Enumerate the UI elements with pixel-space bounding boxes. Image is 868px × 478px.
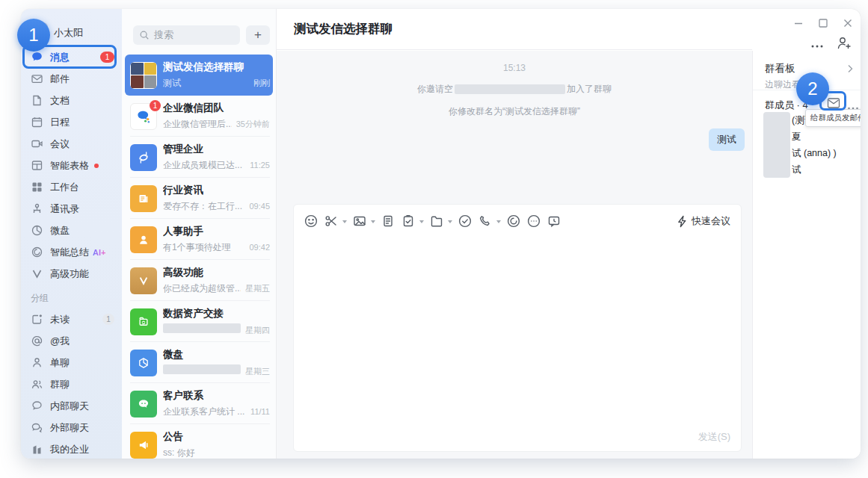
sidebar-item-label: 外部聊天 [50,421,89,435]
sidebar-item-calendar[interactable]: 日程 [21,111,122,133]
todo-icon[interactable] [400,213,416,229]
notification-dot [94,164,99,168]
contacts-icon [31,202,43,215]
sidebar-item-mentions[interactable]: @我 [21,330,122,352]
search-input[interactable]: 搜索 [133,25,240,45]
smiley-icon[interactable] [303,213,319,229]
tooltip: 给群成员发邮件 [805,109,861,127]
search-icon [139,30,150,40]
compose-toolbar: 快速会议 [294,205,741,229]
check-circle-icon[interactable] [457,213,473,229]
sidebar-item-group-chats[interactable]: 群聊 [21,373,122,395]
workbench-icon [31,181,43,193]
announcement-icon [130,432,157,459]
folder-icon[interactable] [428,213,445,229]
sidebar-item-premium[interactable]: 高级功能 [21,263,122,285]
sidebar-item-label: 我的企业 [50,443,89,456]
compose-box[interactable]: 快速会议 发送(S) [293,204,742,452]
chevron-down-icon[interactable] [419,220,424,223]
unread-icon [31,313,43,326]
add-member-icon[interactable] [836,36,852,53]
quick-meeting-button[interactable]: 快速会议 [677,214,730,228]
hr-assistant-icon [130,226,157,253]
member-row[interactable]: 夏 [792,131,801,143]
chevron-down-icon[interactable] [371,220,375,223]
unread-count-badge: 1 [102,314,114,325]
sidebar-item-unread[interactable]: 未读 1 [21,308,122,330]
close-button[interactable] [843,18,853,31]
main-chat-panel: 测试发信选择群聊 15:13 你邀请空 加入了群聊 你修改群名为“测试发信选择群… [277,9,752,459]
sidebar: 小太阳 消息 1 邮件 文档 日程 会议 [21,9,122,459]
chat-item[interactable]: 客户联系 企业联系客户统计 ...11/11 [125,383,273,424]
drive-icon [31,224,43,237]
news-icon [130,185,157,212]
scissors-icon[interactable] [323,213,339,229]
chat-title: 测试发信选择群聊 [294,21,393,37]
lightning-icon [677,215,688,228]
record-icon[interactable] [505,213,522,229]
chevron-down-icon[interactable] [342,220,347,223]
sidebar-item-label: 邮件 [50,72,70,86]
member-row[interactable]: 试 (anna) ) [792,147,837,160]
chevron-right-icon[interactable] [846,63,854,76]
chat-item[interactable]: 公告 ss: 你好 [125,424,273,459]
data-transfer-icon [130,308,157,335]
send-button[interactable]: 发送(S) [698,430,730,444]
message-history-icon[interactable] [546,213,562,229]
chevron-down-icon[interactable] [448,220,452,223]
meeting-icon [31,137,43,150]
chat-item[interactable]: 管理企业 企业成员规模已达...11:25 [125,137,273,178]
chat-list-panel: 搜索 + 测试发信选择群聊 测试刚刚 1 企业微信团队 企业微信管理后...3 [122,9,277,459]
sidebar-item-smart-summary[interactable]: 智能总结 AI+ [21,241,122,263]
sidebar-item-direct-chats[interactable]: 单聊 [21,352,122,373]
chat-item[interactable]: 1 企业微信团队 企业微信管理后...35分钟前 [125,96,273,137]
chevron-down-icon[interactable] [496,220,501,223]
member-row[interactable]: 试 [792,164,801,176]
group-chat-icon [31,378,43,391]
premium-v-icon [130,267,157,294]
image-icon[interactable] [351,213,368,229]
search-placeholder: 搜索 [154,28,173,42]
outgoing-message-bubble[interactable]: 测试 [709,128,745,151]
group-board-title[interactable]: 群看板 [765,62,795,75]
sidebar-item-my-company[interactable]: 我的企业 [21,438,122,459]
sidebar-item-external-chats[interactable]: 外部聊天 [21,417,122,438]
sidebar-item-mail[interactable]: 邮件 [21,68,122,90]
chat-item[interactable]: 人事助手 有1个事项待处理09:42 [125,219,273,260]
table-icon [31,159,43,172]
calendar-icon [31,116,43,128]
sidebar-item-label: 智能表格 [50,159,89,173]
sidebar-item-wedrive[interactable]: 微盘 [21,220,122,241]
sidebar-item-label: @我 [50,335,70,348]
sidebar-item-label: 会议 [50,137,70,151]
sidebar-item-docs[interactable]: 文档 [21,90,122,111]
conversation-area: 15:13 你邀请空 加入了群聊 你修改群名为“测试发信选择群聊” 测试 [277,51,752,459]
summary-icon [31,246,43,258]
sidebar-item-label: 内部聊天 [50,400,89,413]
sidebar-item-label: 单聊 [50,356,70,370]
maximize-button[interactable] [818,18,828,31]
sidebar-item-contacts[interactable]: 通讯录 [21,198,122,220]
phone-icon[interactable] [477,213,493,229]
sidebar-item-label: 微盘 [50,224,70,238]
chat-item[interactable]: 数据资产交接 星期四 [125,301,273,342]
chat-items: 测试发信选择群聊 测试刚刚 1 企业微信团队 企业微信管理后...35分钟前 管… [125,55,273,459]
chat-item[interactable]: 微盘 星期三 [125,342,273,383]
sidebar-item-label: 日程 [50,116,70,129]
chat-item[interactable]: 高级功能 你已经成为超级管...星期五 [125,260,273,301]
unread-count-badge: 1 [150,100,161,111]
notes-icon[interactable] [380,213,396,229]
sidebar-item-smart-table[interactable]: 智能表格 [21,155,122,176]
more-circle-icon[interactable] [526,213,542,229]
at-icon [31,335,43,347]
annotation-step-1: 1 [17,19,50,52]
sidebar-item-workbench[interactable]: 工作台 [21,176,122,198]
more-icon[interactable] [810,38,824,52]
manage-company-icon [130,144,157,171]
add-chat-button[interactable]: + [246,25,270,45]
chat-item[interactable]: 行业资讯 爱存不存：在工行...09:45 [125,178,273,219]
sidebar-item-internal-chats[interactable]: 内部聊天 [21,395,122,417]
chat-item-selected[interactable]: 测试发信选择群聊 测试刚刚 [125,55,273,96]
minimize-button[interactable] [793,18,804,31]
sidebar-item-meeting[interactable]: 会议 [21,133,122,155]
